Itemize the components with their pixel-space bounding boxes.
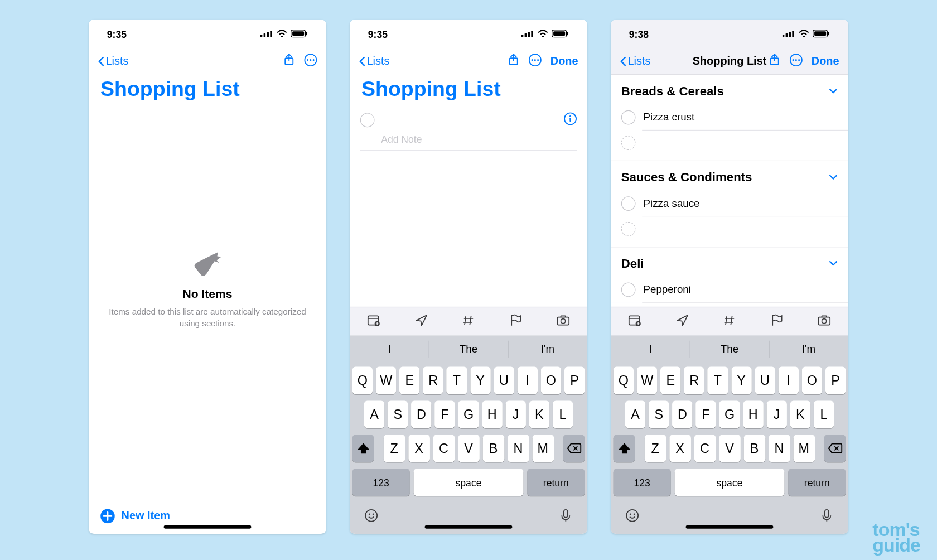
key-x[interactable]: X <box>669 435 691 462</box>
key-p[interactable]: P <box>825 367 846 394</box>
key-q[interactable]: Q <box>352 367 373 394</box>
key-t[interactable]: T <box>447 367 467 394</box>
more-button[interactable] <box>528 54 541 69</box>
key-s[interactable]: S <box>388 400 408 428</box>
list-item[interactable]: Pepperoni <box>611 277 848 302</box>
key-a[interactable]: A <box>625 400 645 428</box>
key-p[interactable]: P <box>564 367 585 394</box>
calendar-button[interactable] <box>627 313 642 329</box>
key-m[interactable]: M <box>532 435 554 462</box>
camera-button[interactable] <box>817 313 832 329</box>
done-button[interactable]: Done <box>812 55 839 67</box>
numbers-key[interactable]: 123 <box>614 469 671 496</box>
key-j[interactable]: J <box>766 400 786 428</box>
shift-key[interactable] <box>352 435 374 462</box>
key-z[interactable]: Z <box>383 435 405 462</box>
key-x[interactable]: X <box>408 435 430 462</box>
key-g[interactable]: G <box>458 400 479 428</box>
key-t[interactable]: T <box>708 367 728 394</box>
suggestion[interactable]: I <box>611 335 690 363</box>
flag-button[interactable] <box>770 313 783 329</box>
back-button[interactable]: Lists <box>620 55 650 67</box>
emoji-button[interactable] <box>625 508 640 525</box>
key-o[interactable]: O <box>802 367 822 394</box>
emoji-button[interactable] <box>364 508 379 525</box>
key-a[interactable]: A <box>364 400 384 428</box>
back-button[interactable]: Lists <box>98 55 128 67</box>
key-d[interactable]: D <box>672 400 692 428</box>
suggestion[interactable]: I'm <box>769 335 848 363</box>
key-u[interactable]: U <box>755 367 775 394</box>
suggestion[interactable]: I'm <box>508 335 587 363</box>
key-h[interactable]: H <box>743 400 763 428</box>
key-q[interactable]: Q <box>614 367 634 394</box>
key-u[interactable]: U <box>494 367 514 394</box>
suggestion[interactable]: I <box>350 335 429 363</box>
share-button[interactable] <box>769 54 780 69</box>
home-indicator[interactable] <box>164 525 252 529</box>
key-d[interactable]: D <box>411 400 431 428</box>
key-i[interactable]: I <box>778 367 798 394</box>
space-key[interactable]: space <box>675 469 785 496</box>
info-button[interactable] <box>564 112 577 128</box>
location-button[interactable] <box>415 313 428 329</box>
key-z[interactable]: Z <box>644 435 666 462</box>
key-b[interactable]: B <box>743 435 765 462</box>
back-button[interactable]: Lists <box>359 55 389 67</box>
note-input[interactable]: Add Note <box>360 130 577 151</box>
list-item[interactable]: Pizza sauce <box>611 191 848 216</box>
return-key[interactable]: return <box>527 469 585 496</box>
item-radio[interactable] <box>621 196 636 211</box>
key-h[interactable]: H <box>482 400 502 428</box>
list-item[interactable]: Pizza crust <box>611 105 848 129</box>
suggestion[interactable]: The <box>690 335 769 363</box>
key-r[interactable]: R <box>684 367 704 394</box>
section-header[interactable]: Sauces & Condiments <box>611 161 848 191</box>
key-k[interactable]: K <box>529 400 549 428</box>
share-button[interactable] <box>283 54 295 69</box>
item-radio[interactable] <box>360 113 375 127</box>
key-n[interactable]: N <box>508 435 529 462</box>
new-item-placeholder[interactable] <box>611 131 848 155</box>
space-key[interactable]: space <box>414 469 524 496</box>
done-button[interactable]: Done <box>550 55 578 67</box>
more-button[interactable] <box>304 54 317 69</box>
key-m[interactable]: M <box>793 435 815 462</box>
key-l[interactable]: L <box>814 400 834 428</box>
suggestion[interactable]: The <box>429 335 508 363</box>
hashtag-button[interactable] <box>723 313 736 329</box>
calendar-button[interactable] <box>366 313 381 329</box>
key-c[interactable]: C <box>433 435 455 462</box>
item-radio[interactable] <box>621 110 636 125</box>
collapse-button[interactable] <box>829 172 838 184</box>
key-v[interactable]: V <box>719 435 741 462</box>
key-c[interactable]: C <box>694 435 716 462</box>
key-b[interactable]: B <box>482 435 504 462</box>
numbers-key[interactable]: 123 <box>352 469 410 496</box>
shift-key[interactable] <box>614 435 635 462</box>
collapse-button[interactable] <box>829 258 838 269</box>
new-item-placeholder[interactable] <box>611 216 848 241</box>
camera-button[interactable] <box>556 313 571 329</box>
share-button[interactable] <box>508 54 519 69</box>
hashtag-button[interactable] <box>462 313 475 329</box>
home-indicator[interactable] <box>686 525 774 529</box>
key-i[interactable]: I <box>517 367 537 394</box>
key-y[interactable]: Y <box>731 367 751 394</box>
dictation-button[interactable] <box>819 508 834 525</box>
key-w[interactable]: W <box>637 367 657 394</box>
collapse-button[interactable] <box>829 85 838 97</box>
key-o[interactable]: O <box>541 367 561 394</box>
key-y[interactable]: Y <box>470 367 490 394</box>
key-e[interactable]: E <box>399 367 419 394</box>
key-g[interactable]: G <box>719 400 740 428</box>
item-radio-placeholder[interactable] <box>621 136 636 150</box>
more-button[interactable] <box>789 54 802 69</box>
key-f[interactable]: F <box>435 400 455 428</box>
flag-button[interactable] <box>509 313 522 329</box>
key-e[interactable]: E <box>660 367 680 394</box>
backspace-key[interactable] <box>563 435 585 462</box>
backspace-key[interactable] <box>824 435 846 462</box>
key-n[interactable]: N <box>769 435 790 462</box>
key-k[interactable]: K <box>790 400 810 428</box>
